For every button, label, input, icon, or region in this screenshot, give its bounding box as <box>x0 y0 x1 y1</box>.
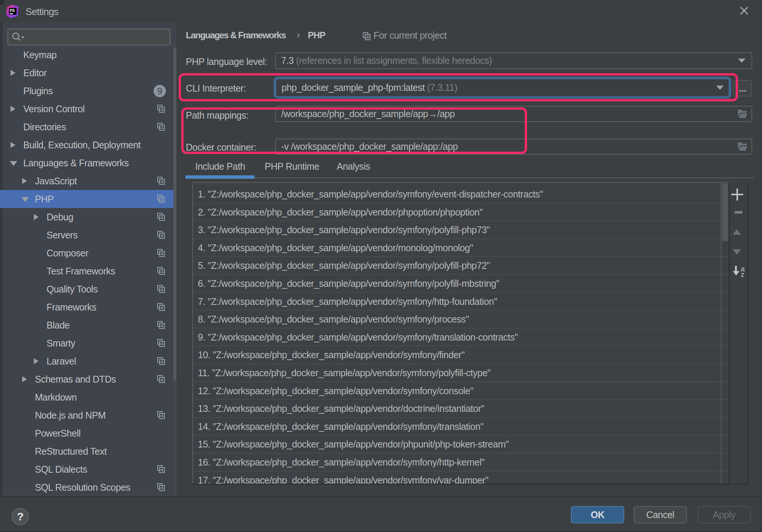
svg-text:PS: PS <box>10 8 15 13</box>
